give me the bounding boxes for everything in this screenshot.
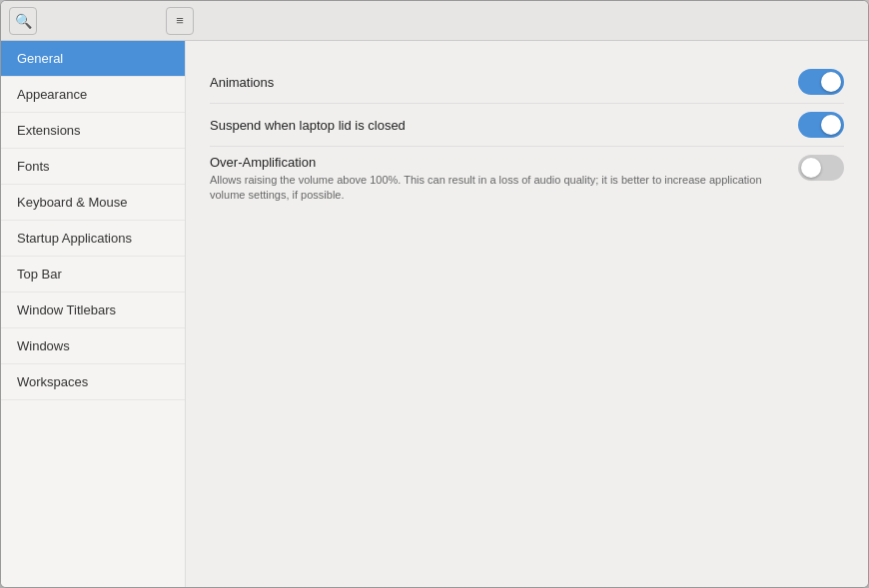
sidebar-item-top-bar[interactable]: Top Bar bbox=[1, 257, 185, 293]
sidebar-item-workspaces[interactable]: Workspaces bbox=[1, 364, 185, 400]
close-button[interactable] bbox=[836, 9, 860, 33]
menu-icon: ≡ bbox=[176, 13, 184, 28]
sidebar-item-extensions[interactable]: Extensions bbox=[1, 113, 185, 149]
main-panel: AnimationsSuspend when laptop lid is clo… bbox=[186, 41, 868, 587]
setting-row-over-amplification: Over-AmplificationAllows raising the vol… bbox=[210, 147, 844, 212]
toggle-slider-animations bbox=[798, 69, 844, 95]
menu-button[interactable]: ≡ bbox=[166, 7, 194, 35]
titlebar-right bbox=[820, 9, 860, 33]
sidebar-item-window-titlebars[interactable]: Window Titlebars bbox=[1, 293, 185, 328]
sidebar-item-appearance[interactable]: Appearance bbox=[1, 77, 185, 113]
search-button[interactable]: 🔍 bbox=[9, 7, 37, 35]
sidebar-item-general[interactable]: General bbox=[1, 41, 185, 77]
setting-description-over-amplification: Allows raising the volume above 100%. Th… bbox=[210, 173, 778, 204]
sidebar-item-keyboard-mouse[interactable]: Keyboard & Mouse bbox=[1, 185, 185, 221]
setting-label-animations: Animations bbox=[210, 75, 274, 90]
sidebar-item-windows[interactable]: Windows bbox=[1, 328, 185, 364]
toggle-slider-over-amplification bbox=[798, 155, 844, 181]
search-icon: 🔍 bbox=[15, 13, 32, 29]
setting-text-over-amplification: Over-AmplificationAllows raising the vol… bbox=[210, 155, 778, 204]
content-area: GeneralAppearanceExtensionsFontsKeyboard… bbox=[1, 41, 868, 587]
setting-row-suspend-on-lid-close: Suspend when laptop lid is closed bbox=[210, 104, 844, 147]
titlebar: 🔍 ≡ bbox=[1, 1, 868, 41]
sidebar-item-fonts[interactable]: Fonts bbox=[1, 149, 185, 185]
toggle-suspend-on-lid-close[interactable] bbox=[798, 112, 844, 138]
main-window: 🔍 ≡ GeneralAppearanceExtensionsFontsKeyb… bbox=[0, 0, 869, 588]
toggle-slider-suspend-on-lid-close bbox=[798, 112, 844, 138]
toggle-animations[interactable] bbox=[798, 69, 844, 95]
setting-label-suspend-on-lid-close: Suspend when laptop lid is closed bbox=[210, 118, 406, 133]
toggle-over-amplification[interactable] bbox=[798, 155, 844, 181]
sidebar-item-startup-applications[interactable]: Startup Applications bbox=[1, 221, 185, 257]
setting-label-over-amplification: Over-Amplification bbox=[210, 155, 778, 170]
setting-row-animations: Animations bbox=[210, 61, 844, 104]
sidebar: GeneralAppearanceExtensionsFontsKeyboard… bbox=[1, 41, 186, 587]
titlebar-left: 🔍 ≡ bbox=[9, 7, 194, 35]
